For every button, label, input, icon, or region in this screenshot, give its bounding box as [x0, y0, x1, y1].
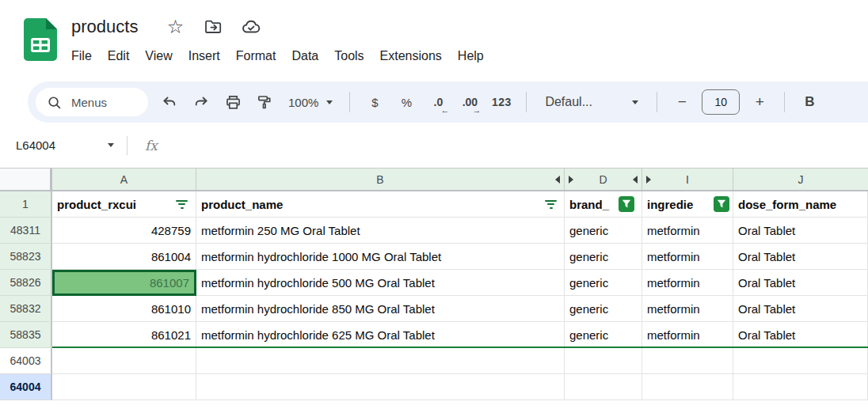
cell[interactable]: [196, 348, 565, 374]
decrease-font-size-button[interactable]: −: [668, 87, 696, 117]
filter-icon[interactable]: [176, 200, 188, 209]
cell[interactable]: [642, 374, 733, 400]
cell[interactable]: metformin: [642, 244, 733, 270]
column-header-row: A B D I J: [0, 168, 868, 191]
cell[interactable]: [52, 374, 196, 400]
arrow-left-icon: ←: [440, 106, 449, 115]
increase-font-size-button[interactable]: +: [745, 87, 774, 117]
cell[interactable]: 861021: [52, 322, 196, 348]
cell[interactable]: metformin hydrochloride 500 MG Oral Tabl…: [196, 270, 565, 296]
column-header-J[interactable]: J: [733, 169, 868, 190]
column-header-I[interactable]: I: [642, 169, 733, 190]
cell[interactable]: metformin: [642, 296, 733, 322]
cell-D1[interactable]: brand_: [565, 191, 642, 218]
cell[interactable]: 861010: [52, 296, 196, 322]
cell[interactable]: 428759: [52, 218, 196, 244]
row-header[interactable]: 64003: [0, 348, 52, 374]
cell[interactable]: [196, 374, 565, 400]
move-to-folder-icon[interactable]: [200, 13, 227, 40]
cell[interactable]: generic: [565, 322, 642, 348]
cell-B1[interactable]: product_name: [196, 191, 565, 218]
cell[interactable]: metformin: [642, 322, 733, 348]
cell[interactable]: [733, 374, 868, 400]
cell[interactable]: metformin: [642, 270, 733, 296]
active-filter-icon[interactable]: [619, 196, 634, 212]
menu-tools[interactable]: Tools: [326, 46, 371, 66]
menu-edit[interactable]: Edit: [100, 46, 138, 66]
cell[interactable]: generic: [565, 218, 642, 244]
row-header[interactable]: 48311: [0, 218, 52, 244]
cell[interactable]: [52, 348, 196, 374]
cell-I1[interactable]: ingredie: [642, 191, 733, 218]
font-size-input[interactable]: 10: [702, 89, 740, 115]
hidden-columns-indicator-icon[interactable]: [569, 176, 573, 184]
format-currency-button[interactable]: $: [360, 87, 389, 117]
menu-insert[interactable]: Insert: [181, 46, 228, 66]
more-formats-button[interactable]: 123: [487, 87, 516, 117]
paint-format-icon: [257, 94, 272, 110]
cell[interactable]: metformin hydrochloride 1000 MG Oral Tab…: [196, 244, 565, 270]
row-header[interactable]: 58823: [0, 244, 52, 270]
name-box-value: L64004: [16, 138, 55, 152]
column-header-A[interactable]: A: [52, 169, 196, 190]
cell[interactable]: [565, 374, 642, 400]
filter-icon[interactable]: [545, 200, 557, 209]
row-header[interactable]: 58832: [0, 296, 52, 322]
document-title[interactable]: products: [71, 17, 138, 37]
menu-view[interactable]: View: [137, 46, 180, 66]
cell[interactable]: Oral Tablet: [733, 270, 868, 296]
undo-button[interactable]: [155, 87, 184, 117]
menu-data[interactable]: Data: [284, 46, 326, 66]
cell[interactable]: Oral Tablet: [733, 244, 868, 270]
bold-button[interactable]: B: [795, 87, 824, 117]
zoom-dropdown[interactable]: 100%: [282, 87, 339, 117]
name-box[interactable]: L64004: [0, 138, 114, 152]
menu-file[interactable]: File: [63, 46, 100, 66]
decrease-decimal-button[interactable]: .0 ←: [424, 87, 452, 117]
sheets-logo-icon[interactable]: [24, 18, 57, 64]
menu-extensions[interactable]: Extensions: [372, 46, 450, 66]
cell[interactable]: [642, 348, 733, 374]
hidden-columns-indicator-icon[interactable]: [555, 176, 560, 184]
hidden-columns-indicator-icon[interactable]: [633, 176, 638, 184]
cell[interactable]: generic: [565, 296, 642, 322]
row-header[interactable]: 1: [0, 191, 52, 218]
cloud-saved-icon[interactable]: [238, 13, 265, 40]
undo-icon: [162, 94, 177, 110]
star-icon[interactable]: ☆: [162, 13, 188, 40]
cell-A1[interactable]: product_rxcui: [52, 191, 196, 218]
cell[interactable]: metformin hydrochloride 625 MG Oral Tabl…: [196, 322, 565, 348]
selected-cell[interactable]: 861007: [52, 270, 196, 296]
menus-search-button[interactable]: Menus: [36, 88, 148, 116]
cell[interactable]: [565, 348, 642, 374]
cell[interactable]: generic: [565, 270, 642, 296]
cell[interactable]: 861004: [52, 244, 196, 270]
column-header-B[interactable]: B: [196, 169, 565, 190]
increase-decimal-button[interactable]: .00 →: [455, 87, 484, 117]
active-row-header[interactable]: 64004: [0, 374, 52, 400]
format-percent-button[interactable]: %: [392, 87, 421, 117]
row-header[interactable]: 58826: [0, 270, 52, 296]
menu-format[interactable]: Format: [228, 46, 284, 66]
font-family-dropdown[interactable]: Defaul...: [537, 87, 646, 117]
active-filter-icon[interactable]: [714, 196, 729, 212]
cell[interactable]: Oral Tablet: [733, 218, 868, 244]
cell[interactable]: Oral Tablet: [733, 296, 868, 322]
cell[interactable]: metformin hydrochloride 850 MG Oral Tabl…: [196, 296, 565, 322]
table-row: 58832 861010 metformin hydrochloride 850…: [0, 296, 868, 322]
cell-J1[interactable]: dose_form_name: [733, 191, 868, 218]
column-header-D[interactable]: D: [565, 169, 642, 190]
cell[interactable]: [733, 348, 868, 374]
print-button[interactable]: [219, 87, 247, 117]
select-all-corner[interactable]: [0, 169, 52, 190]
cell[interactable]: metformin: [642, 218, 733, 244]
row-header[interactable]: 58835: [0, 322, 52, 348]
redo-button[interactable]: [187, 87, 215, 117]
paint-format-button[interactable]: [250, 87, 279, 117]
menu-help[interactable]: Help: [450, 46, 492, 66]
cell[interactable]: metformin 250 MG Oral Tablet: [196, 218, 565, 244]
hidden-columns-indicator-icon[interactable]: [646, 176, 651, 184]
table-row: 48311 428759 metformin 250 MG Oral Table…: [0, 218, 868, 244]
cell[interactable]: generic: [565, 244, 642, 270]
cell[interactable]: Oral Tablet: [733, 322, 868, 348]
